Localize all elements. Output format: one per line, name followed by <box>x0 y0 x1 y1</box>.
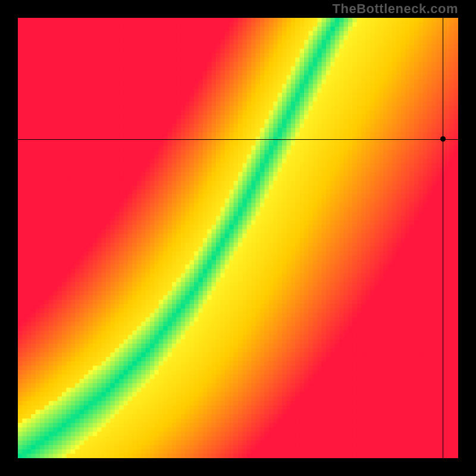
crosshair-vertical <box>443 18 443 458</box>
marker-dot <box>440 136 446 142</box>
heatmap-canvas <box>18 18 458 458</box>
watermark-text: TheBottleneck.com <box>333 1 458 17</box>
heatmap-plot <box>18 18 458 458</box>
crosshair-horizontal <box>18 139 458 140</box>
figure-container: TheBottleneck.com <box>0 0 476 476</box>
